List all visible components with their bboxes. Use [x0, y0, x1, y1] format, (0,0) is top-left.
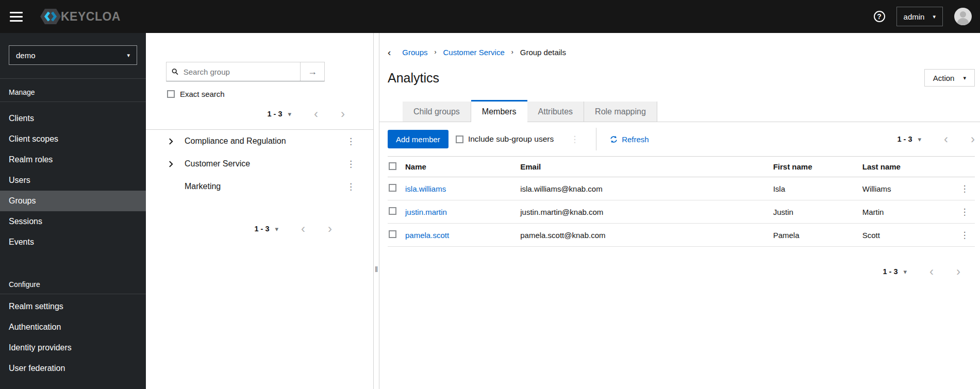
tab-role-mapping[interactable]: Role mapping — [584, 102, 657, 122]
kebab-menu-icon[interactable]: ⋮ — [346, 182, 355, 191]
caret-down-icon[interactable]: ▾ — [275, 225, 278, 233]
back-chevron-icon[interactable]: ‹ — [388, 47, 391, 57]
group-link[interactable]: Compliance and Regulation — [185, 137, 286, 146]
pagination-range[interactable]: 1 - 3 — [883, 267, 898, 276]
hamburger-menu-icon[interactable] — [10, 12, 23, 22]
tab-child-groups[interactable]: Child groups — [403, 102, 471, 122]
groups-tree-panel: → Exact search 1 - 3 ▾ ‹ › Compliance an… — [146, 33, 374, 389]
kebab-menu-icon[interactable]: ⋮ — [346, 160, 355, 168]
column-header-first-name: First name — [773, 157, 862, 177]
member-email: isla.williams@knab.com — [520, 177, 773, 200]
breadcrumb: ‹ Groups › Customer Service › Group deta… — [388, 47, 975, 57]
member-first-name: Pamela — [773, 224, 862, 247]
next-page-button[interactable]: › — [956, 265, 960, 278]
panel-resizer[interactable]: ‖ — [374, 33, 379, 389]
sidebar-item-client-scopes[interactable]: Client scopes — [0, 129, 146, 149]
chevron-down-icon: ▾ — [933, 13, 936, 20]
search-group-input[interactable] — [182, 67, 295, 77]
logo-text: KEYCLOAK — [61, 10, 121, 23]
sidebar-item-realm-roles[interactable]: Realm roles — [0, 149, 146, 170]
sidebar-item-realm-settings[interactable]: Realm settings — [0, 296, 146, 317]
member-name-link[interactable]: justin.martin — [405, 208, 447, 216]
caret-down-icon[interactable]: ▾ — [903, 268, 907, 276]
column-header-last-name: Last name — [862, 157, 954, 177]
exact-search-label: Exact search — [180, 90, 225, 98]
breadcrumb-link-groups[interactable]: Groups — [402, 48, 427, 57]
chevron-down-icon: ▾ — [963, 75, 966, 81]
next-page-button[interactable]: › — [341, 108, 345, 120]
group-link[interactable]: Customer Service — [185, 159, 250, 168]
sidebar-item-authentication[interactable]: Authentication — [0, 317, 146, 337]
kebab-menu-icon[interactable]: ⋮ — [960, 207, 969, 217]
previous-page-button[interactable]: ‹ — [301, 223, 305, 235]
keycloak-logo: KEYCLOAK — [38, 8, 121, 25]
help-icon[interactable]: ? — [874, 11, 885, 22]
page-title: Analytics — [388, 71, 439, 86]
previous-page-button[interactable]: ‹ — [314, 108, 318, 120]
topbar-right: ? admin ▾ — [874, 7, 972, 26]
column-header-email: Email — [520, 157, 773, 177]
tab-attributes[interactable]: Attributes — [527, 102, 585, 122]
pagination-range[interactable]: 1 - 3 — [267, 110, 282, 118]
groups-pagination-bottom: 1 - 3 ▾ ‹ › — [146, 223, 373, 235]
groups-pagination-top: 1 - 3 ▾ ‹ › — [146, 98, 373, 130]
caret-down-icon[interactable]: ▾ — [918, 136, 921, 143]
refresh-button[interactable]: Refresh — [610, 135, 649, 144]
breadcrumb-current: Group details — [520, 48, 566, 57]
kebab-menu-icon[interactable]: ⋮ — [570, 135, 579, 144]
sidebar-item-groups[interactable]: Groups — [0, 191, 146, 211]
search-field — [167, 62, 300, 81]
row-checkbox[interactable] — [389, 230, 396, 238]
user-menu-dropdown[interactable]: admin ▾ — [896, 7, 943, 26]
next-page-button[interactable]: › — [328, 223, 332, 235]
pagination-range[interactable]: 1 - 3 — [897, 135, 912, 143]
pagination-range[interactable]: 1 - 3 — [254, 225, 269, 233]
expand-chevron-icon[interactable] — [169, 161, 176, 167]
select-all-checkbox[interactable] — [389, 162, 396, 170]
chevron-down-icon: ▾ — [127, 52, 130, 59]
kebab-menu-icon[interactable]: ⋮ — [346, 137, 355, 146]
breadcrumb-link-customer-service[interactable]: Customer Service — [443, 48, 505, 57]
table-row: pamela.scott pamela.scott@knab.com Pamel… — [388, 224, 975, 247]
include-subgroup-checkbox[interactable] — [456, 136, 463, 143]
sidebar-item-identity-providers[interactable]: Identity providers — [0, 337, 146, 358]
row-checkbox[interactable] — [389, 184, 396, 192]
realm-selector[interactable]: demo ▾ — [9, 45, 137, 65]
action-label: Action — [933, 74, 955, 82]
include-subgroup-label: Include sub-group users — [468, 134, 554, 144]
next-page-button[interactable]: › — [971, 133, 975, 145]
kebab-menu-icon[interactable]: ⋮ — [960, 184, 969, 194]
member-first-name: Isla — [773, 177, 862, 200]
row-checkbox[interactable] — [389, 207, 396, 215]
sidebar-item-user-federation[interactable]: User federation — [0, 358, 146, 379]
exact-search-checkbox[interactable] — [167, 90, 175, 98]
previous-page-button[interactable]: ‹ — [929, 265, 934, 278]
sidebar-item-sessions[interactable]: Sessions — [0, 211, 146, 232]
member-name-link[interactable]: pamela.scott — [405, 231, 449, 240]
avatar[interactable] — [954, 8, 972, 25]
member-name-link[interactable]: isla.williams — [405, 184, 446, 193]
tree-row: Marketing ⋮ — [146, 175, 373, 198]
previous-page-button[interactable]: ‹ — [944, 133, 948, 145]
member-email: pamela.scott@knab.com — [520, 224, 773, 247]
configure-nav-list: Realm settings Authentication Identity p… — [0, 294, 146, 379]
add-member-button[interactable]: Add member — [388, 130, 449, 148]
sidebar-item-events[interactable]: Events — [0, 232, 146, 252]
expand-chevron-icon[interactable] — [169, 138, 176, 145]
group-search-group: → — [166, 62, 325, 81]
sidebar-item-users[interactable]: Users — [0, 170, 146, 191]
kebab-menu-icon[interactable]: ⋮ — [960, 230, 969, 240]
caret-down-icon[interactable]: ▾ — [288, 110, 291, 118]
group-link[interactable]: Marketing — [185, 182, 221, 191]
members-pagination-top: 1 - 3 ▾ ‹ › — [897, 133, 975, 145]
action-dropdown-button[interactable]: Action ▾ — [924, 69, 975, 87]
search-submit-button[interactable]: → — [300, 62, 324, 81]
tab-members[interactable]: Members — [471, 100, 527, 122]
members-toolbar: Add member Include sub-group users ⋮ Ref… — [388, 122, 975, 156]
logo-hexagon — [40, 9, 61, 24]
sidebar-item-clients[interactable]: Clients — [0, 108, 146, 129]
column-header-name: Name — [405, 157, 520, 177]
resizer-grip-icon[interactable]: ‖ — [375, 265, 378, 274]
include-subgroup-group[interactable]: Include sub-group users — [456, 134, 554, 144]
table-row: justin.martin justin.martin@knab.com Jus… — [388, 200, 975, 224]
